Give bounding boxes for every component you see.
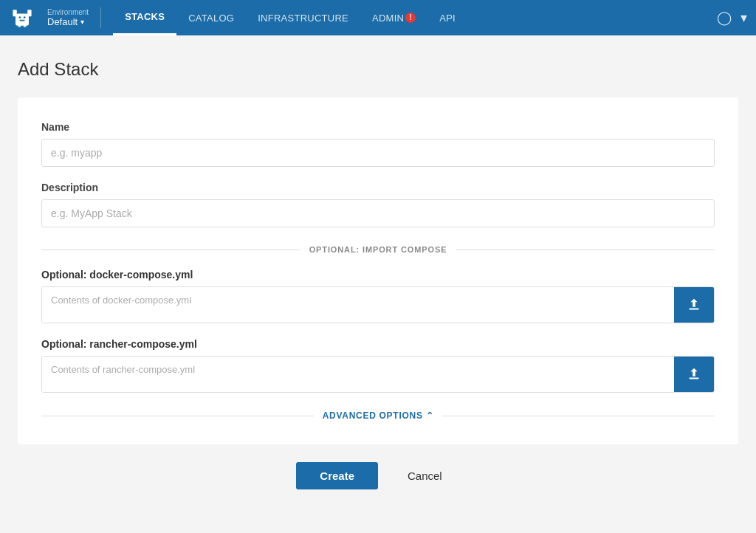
page-content: Add Stack Name Description OPTIONAL: IMP… xyxy=(0,35,756,525)
docker-compose-textarea[interactable] xyxy=(42,287,674,323)
user-icon[interactable]: ◯ xyxy=(717,10,732,26)
upload-icon-2 xyxy=(686,366,702,382)
docker-compose-upload-button[interactable] xyxy=(674,287,714,323)
name-label: Name xyxy=(41,121,715,133)
environment-value: Default ▾ xyxy=(47,16,89,27)
docker-compose-input-row xyxy=(41,286,715,323)
rancher-compose-upload-button[interactable] xyxy=(674,357,714,392)
brand-logo[interactable] xyxy=(9,4,35,31)
advanced-line-right xyxy=(442,416,715,416)
name-input[interactable] xyxy=(41,139,715,167)
divider-line-right xyxy=(456,250,715,250)
navbar: Environment Default ▾ STACKS CATALOG INF… xyxy=(0,0,756,35)
name-field-group: Name xyxy=(41,121,715,167)
add-stack-card: Name Description OPTIONAL: IMPORT COMPOS… xyxy=(18,97,738,444)
rancher-compose-input-row xyxy=(41,356,715,393)
nav-links: STACKS CATALOG INFRASTRUCTURE ADMIN! API xyxy=(113,0,467,35)
svg-rect-7 xyxy=(24,16,26,18)
rancher-logo-icon xyxy=(9,4,35,31)
environment-selector[interactable]: Environment Default ▾ xyxy=(47,9,89,27)
rancher-compose-label: Optional: rancher-compose.yml xyxy=(41,338,715,350)
docker-compose-group: Optional: docker-compose.yml xyxy=(41,269,715,323)
nav-item-admin[interactable]: ADMIN! xyxy=(360,0,427,35)
import-compose-divider: OPTIONAL: IMPORT COMPOSE xyxy=(41,245,715,254)
svg-rect-8 xyxy=(19,20,24,21)
nav-item-catalog[interactable]: CATALOG xyxy=(176,0,246,35)
rancher-compose-group: Optional: rancher-compose.yml xyxy=(41,338,715,393)
description-input[interactable] xyxy=(41,199,715,227)
nav-separator xyxy=(100,7,101,28)
docker-compose-label: Optional: docker-compose.yml xyxy=(41,269,715,281)
import-compose-label: OPTIONAL: IMPORT COMPOSE xyxy=(309,245,447,254)
nav-item-infrastructure[interactable]: INFRASTRUCTURE xyxy=(246,0,360,35)
upload-icon xyxy=(686,297,702,313)
advanced-line-left xyxy=(41,416,314,416)
page-title: Add Stack xyxy=(18,59,738,80)
advanced-options-toggle[interactable]: ADVANCED OPTIONS ⌃ xyxy=(323,410,434,421)
nav-item-api[interactable]: API xyxy=(427,0,467,35)
environment-chevron-icon: ▾ xyxy=(80,18,84,26)
nav-item-stacks[interactable]: STACKS xyxy=(113,0,176,35)
form-actions: Create Cancel xyxy=(18,444,738,501)
svg-rect-4 xyxy=(18,23,21,27)
description-field-group: Description xyxy=(41,182,715,227)
chevron-up-icon: ⌃ xyxy=(426,410,434,421)
create-button[interactable]: Create xyxy=(296,462,378,489)
advanced-options-section: ADVANCED OPTIONS ⌃ xyxy=(41,410,715,421)
rancher-compose-textarea[interactable] xyxy=(42,357,674,392)
svg-rect-6 xyxy=(19,16,21,18)
svg-rect-5 xyxy=(24,23,27,27)
divider-line-left xyxy=(41,250,300,250)
environment-label: Environment xyxy=(47,9,89,16)
dropdown-chevron-icon[interactable]: ▾ xyxy=(740,10,747,26)
cancel-button[interactable]: Cancel xyxy=(390,462,460,489)
nav-right-actions: ◯ ▾ xyxy=(717,10,747,26)
description-label: Description xyxy=(41,182,715,193)
admin-badge: ! xyxy=(405,13,416,23)
